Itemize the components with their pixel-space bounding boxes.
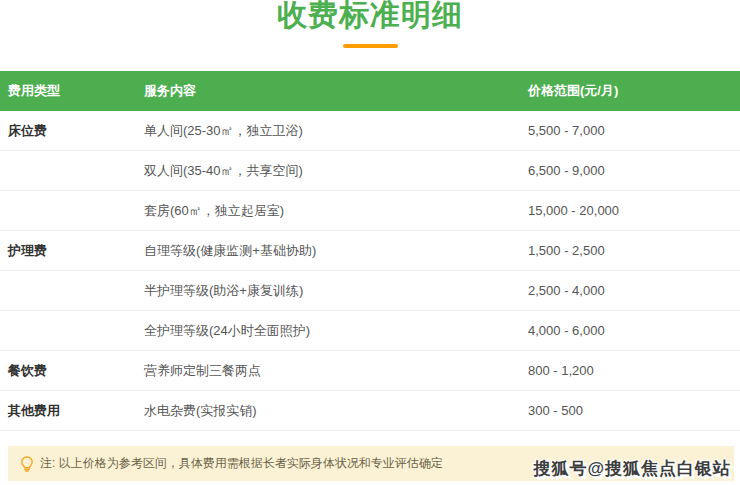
column-header-fee-type: 费用类型 xyxy=(0,82,144,100)
price-cell: 5,500 - 7,000 xyxy=(528,123,740,138)
service-cell: 双人间(35-40㎡，共享空间) xyxy=(144,162,528,180)
sohu-watermark: 搜狐号@搜狐焦点白银站 xyxy=(533,457,731,480)
price-cell: 300 - 500 xyxy=(528,403,740,418)
fee-type-cell: 床位费 xyxy=(0,122,144,140)
table-row: 半护理等级(助浴+康复训练) 2,500 - 4,000 xyxy=(0,271,740,311)
table-row: 床位费 单人间(25-30㎡，独立卫浴) 5,500 - 7,000 xyxy=(0,111,740,151)
service-cell: 套房(60㎡，独立起居室) xyxy=(144,202,528,220)
table-row: 餐饮费 营养师定制三餐两点 800 - 1,200 xyxy=(0,351,740,391)
page-title: 收费标准明细 xyxy=(0,0,740,31)
table-row: 双人间(35-40㎡，共享空间) 6,500 - 9,000 xyxy=(0,151,740,191)
service-cell: 水电杂费(实报实销) xyxy=(144,402,528,420)
service-cell: 半护理等级(助浴+康复训练) xyxy=(144,282,528,300)
fee-table: 费用类型 服务内容 价格范围(元/月) 床位费 单人间(25-30㎡，独立卫浴)… xyxy=(0,71,740,431)
lightbulb-icon xyxy=(20,456,34,472)
price-cell: 1,500 - 2,500 xyxy=(528,243,740,258)
table-header-row: 费用类型 服务内容 价格范围(元/月) xyxy=(0,71,740,111)
service-cell: 单人间(25-30㎡，独立卫浴) xyxy=(144,122,528,140)
title-underline-divider xyxy=(343,44,398,48)
service-cell: 全护理等级(24小时全面照护) xyxy=(144,322,528,340)
price-cell: 6,500 - 9,000 xyxy=(528,163,740,178)
service-cell: 自理等级(健康监测+基础协助) xyxy=(144,242,528,260)
service-cell: 营养师定制三餐两点 xyxy=(144,362,528,380)
price-cell: 2,500 - 4,000 xyxy=(528,283,740,298)
column-header-service: 服务内容 xyxy=(144,82,528,100)
fee-type-cell: 餐饮费 xyxy=(0,362,144,380)
fee-type-cell: 护理费 xyxy=(0,242,144,260)
note-text: 注: 以上价格为参考区间，具体费用需根据长者实际身体状况和专业评估确定 xyxy=(40,455,443,472)
price-cell: 800 - 1,200 xyxy=(528,363,740,378)
column-header-price-range: 价格范围(元/月) xyxy=(528,82,740,100)
table-row: 其他费用 水电杂费(实报实销) 300 - 500 xyxy=(0,391,740,431)
fee-schedule-infographic: 收费标准明细 费用类型 服务内容 价格范围(元/月) 床位费 单人间(25-30… xyxy=(0,0,740,485)
table-row: 套房(60㎡，独立起居室) 15,000 - 20,000 xyxy=(0,191,740,231)
table-row: 全护理等级(24小时全面照护) 4,000 - 6,000 xyxy=(0,311,740,351)
fee-type-cell: 其他费用 xyxy=(0,402,144,420)
price-cell: 4,000 - 6,000 xyxy=(528,323,740,338)
table-row: 护理费 自理等级(健康监测+基础协助) 1,500 - 2,500 xyxy=(0,231,740,271)
price-cell: 15,000 - 20,000 xyxy=(528,203,740,218)
